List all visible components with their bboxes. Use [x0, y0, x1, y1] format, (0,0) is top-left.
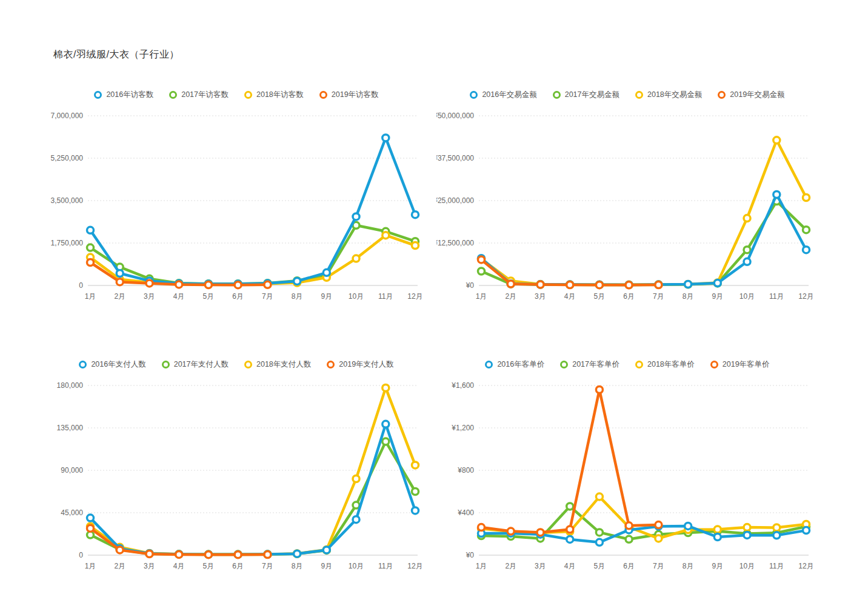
data-point-marker[interactable]: [205, 552, 212, 558]
data-point-marker[interactable]: [773, 191, 780, 198]
data-point-marker[interactable]: [803, 527, 810, 534]
data-point-marker[interactable]: [294, 550, 301, 557]
data-point-marker[interactable]: [412, 488, 419, 495]
x-tick-label: 12月: [407, 292, 422, 301]
legend-item-2017年支付人数[interactable]: 2017年支付人数: [162, 359, 229, 370]
legend-label: 2017年客单价: [572, 359, 619, 370]
data-point-marker[interactable]: [323, 547, 330, 553]
data-point-marker[interactable]: [596, 493, 603, 500]
data-point-marker[interactable]: [382, 384, 389, 391]
legend-item-2016年客单价[interactable]: 2016年客单价: [485, 359, 544, 370]
x-axis-labels: 1月2月3月4月5月6月7月8月9月10月11月12月: [476, 292, 814, 301]
legend-item-2017年客单价[interactable]: 2017年客单价: [560, 359, 619, 370]
data-point-marker[interactable]: [626, 282, 632, 288]
legend-item-2018年访客数[interactable]: 2018年访客数: [244, 90, 304, 100]
data-point-marker[interactable]: [264, 552, 271, 558]
data-point-marker[interactable]: [478, 268, 485, 275]
data-point-marker[interactable]: [714, 534, 721, 541]
data-point-marker[interactable]: [773, 524, 780, 531]
data-point-marker[interactable]: [116, 270, 123, 277]
legend-item-2018年支付人数[interactable]: 2018年支付人数: [244, 359, 311, 370]
data-point-marker[interactable]: [412, 242, 419, 249]
data-point-marker[interactable]: [87, 515, 94, 521]
data-point-marker[interactable]: [744, 532, 750, 538]
data-point-marker[interactable]: [353, 213, 359, 220]
data-point-marker[interactable]: [567, 282, 573, 288]
data-point-marker[interactable]: [744, 215, 750, 222]
legend-item-2019年支付人数[interactable]: 2019年支付人数: [327, 359, 393, 370]
data-point-marker[interactable]: [116, 547, 123, 553]
data-point-marker[interactable]: [596, 387, 603, 393]
data-point-marker[interactable]: [596, 529, 603, 536]
data-point-marker[interactable]: [744, 524, 750, 531]
data-point-marker[interactable]: [655, 535, 662, 542]
data-point-marker[interactable]: [382, 135, 389, 141]
data-point-marker[interactable]: [537, 281, 544, 288]
data-point-marker[interactable]: [626, 522, 632, 529]
data-point-marker[interactable]: [478, 256, 485, 263]
legend-item-2017年访客数[interactable]: 2017年访客数: [169, 90, 229, 100]
data-point-marker[interactable]: [353, 516, 359, 523]
data-point-marker[interactable]: [507, 528, 514, 535]
legend-item-2016年交易金额[interactable]: 2016年交易金额: [470, 90, 536, 100]
data-point-marker[interactable]: [146, 551, 153, 558]
data-point-marker[interactable]: [205, 282, 212, 288]
data-point-marker[interactable]: [537, 529, 544, 536]
data-point-marker[interactable]: [294, 278, 301, 285]
data-point-marker[interactable]: [353, 255, 359, 262]
data-point-marker[interactable]: [685, 522, 692, 529]
data-point-marker[interactable]: [596, 282, 603, 288]
data-point-marker[interactable]: [773, 532, 780, 539]
data-point-marker[interactable]: [235, 282, 241, 288]
data-point-marker[interactable]: [714, 280, 721, 287]
data-point-marker[interactable]: [744, 258, 750, 265]
data-point-marker[interactable]: [264, 281, 271, 288]
data-point-marker[interactable]: [146, 280, 153, 287]
data-point-marker[interactable]: [567, 526, 573, 533]
data-point-marker[interactable]: [412, 462, 419, 468]
data-point-marker[interactable]: [803, 247, 810, 253]
data-point-marker[interactable]: [773, 137, 780, 144]
y-tick-label: ¥1,600: [451, 381, 474, 390]
x-tick-label: 4月: [564, 292, 576, 301]
data-point-marker[interactable]: [87, 244, 94, 251]
legend-item-2018年客单价[interactable]: 2018年客单价: [635, 359, 695, 370]
data-point-marker[interactable]: [803, 227, 810, 233]
legend-item-2019年客单价[interactable]: 2019年客单价: [710, 359, 770, 370]
data-point-marker[interactable]: [235, 552, 241, 558]
data-point-marker[interactable]: [744, 247, 750, 253]
legend-item-2016年支付人数[interactable]: 2016年支付人数: [79, 359, 145, 370]
data-point-marker[interactable]: [116, 279, 123, 285]
data-point-marker[interactable]: [87, 525, 94, 532]
data-point-marker[interactable]: [714, 526, 721, 533]
legend-item-2018年交易金额[interactable]: 2018年交易金额: [635, 90, 702, 100]
price-per-customer-chart: 2016年客单价2017年客单价2018年客单价2019年客单价 ¥1,600¥…: [436, 353, 818, 583]
data-point-marker[interactable]: [87, 259, 94, 266]
legend-item-2019年访客数[interactable]: 2019年访客数: [319, 90, 379, 100]
data-point-marker[interactable]: [412, 507, 419, 514]
data-point-marker[interactable]: [478, 524, 485, 531]
data-point-marker[interactable]: [176, 281, 182, 288]
data-point-marker[interactable]: [176, 551, 182, 558]
data-point-marker[interactable]: [382, 421, 389, 427]
data-point-marker[interactable]: [353, 476, 359, 482]
data-point-marker[interactable]: [685, 281, 692, 288]
data-point-marker[interactable]: [507, 281, 514, 287]
data-point-marker[interactable]: [596, 539, 603, 545]
x-tick-label: 8月: [292, 292, 303, 301]
data-point-marker[interactable]: [87, 227, 94, 233]
data-point-marker[interactable]: [382, 438, 389, 445]
data-point-marker[interactable]: [655, 282, 662, 288]
data-point-marker[interactable]: [567, 503, 573, 510]
x-tick-label: 5月: [203, 292, 215, 301]
data-point-marker[interactable]: [803, 195, 810, 201]
legend-item-2016年访客数[interactable]: 2016年访客数: [94, 90, 153, 100]
data-point-marker[interactable]: [567, 536, 573, 542]
data-point-marker[interactable]: [412, 212, 419, 218]
data-point-marker[interactable]: [382, 232, 389, 239]
data-point-marker[interactable]: [655, 522, 662, 528]
legend-item-2019年交易金额[interactable]: 2019年交易金额: [718, 90, 784, 100]
legend-item-2017年交易金额[interactable]: 2017年交易金额: [553, 90, 619, 100]
data-point-marker[interactable]: [323, 269, 330, 276]
data-point-marker[interactable]: [626, 536, 632, 542]
